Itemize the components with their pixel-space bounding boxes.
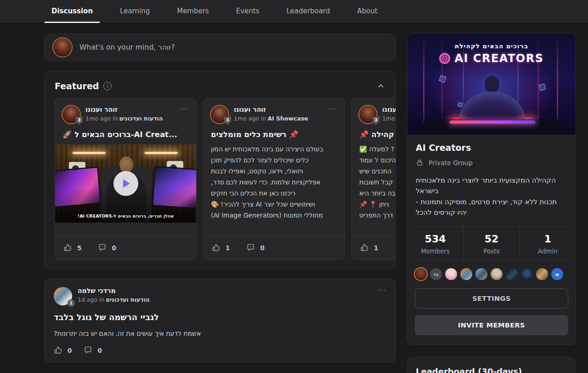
member-avatar[interactable]: בד bbox=[430, 268, 442, 280]
author-name: זוהר וענונו bbox=[382, 106, 396, 113]
comment-count: 0 bbox=[97, 347, 102, 354]
member-avatar[interactable] bbox=[460, 268, 472, 280]
author-avatar[interactable]: 3 bbox=[359, 106, 377, 123]
level-badge: 1 bbox=[68, 299, 75, 307]
chevron-up-icon[interactable] bbox=[377, 82, 384, 90]
leaderboard-title: Leaderboard (30-days) bbox=[416, 367, 567, 373]
stat-members[interactable]: 534 Members bbox=[407, 227, 463, 260]
like-button[interactable]: 0 bbox=[54, 346, 72, 355]
category-link[interactable]: הודעות ועדכונים bbox=[106, 296, 149, 303]
author-avatar[interactable]: 3 bbox=[211, 106, 228, 123]
member-avatar[interactable] bbox=[521, 268, 533, 280]
featured-card-tools[interactable]: 3 זוהר וענונו 1mo ago inAI Showcase ··· … bbox=[203, 98, 345, 260]
post-body: בעולם היצירה עם בינה מלאכותית יש המון כל… bbox=[204, 139, 345, 221]
like-button[interactable]: 5 bbox=[63, 243, 81, 252]
member-avatar[interactable] bbox=[415, 268, 427, 280]
tab-leaderboard[interactable]: Leaderboard bbox=[280, 0, 337, 23]
studio-light bbox=[73, 152, 106, 154]
tab-learning[interactable]: Learning bbox=[113, 0, 157, 23]
banner-brand: AI CREATORS bbox=[407, 52, 576, 65]
member-avatar[interactable] bbox=[475, 268, 487, 280]
thumbs-up-icon bbox=[360, 243, 369, 252]
member-avatar[interactable] bbox=[506, 268, 518, 280]
comment-icon bbox=[84, 346, 92, 355]
video-caption: אהלן חברים, ברוכים הבאים ל-AI CREATORS! bbox=[55, 213, 196, 218]
post-meta: 1mo bbox=[382, 115, 396, 122]
group-banner-image[interactable]: ברוכים הבאים לקהילת AI CREATORS bbox=[407, 34, 576, 135]
post-title: 📌 קהילה bbox=[352, 123, 396, 139]
leaderboard-card: Leaderboard (30-days) bbox=[407, 357, 576, 373]
like-count: 1 bbox=[226, 244, 230, 252]
member-avatars: בדש bbox=[407, 268, 576, 280]
invite-members-button[interactable]: INVITE MEMBERS bbox=[415, 315, 568, 335]
author-name: זוהר וענונו bbox=[85, 106, 163, 113]
featured-title: Featured bbox=[55, 81, 99, 91]
member-avatar[interactable]: ש bbox=[551, 268, 563, 280]
overflow-menu-icon[interactable]: ··· bbox=[180, 106, 189, 112]
play-button[interactable] bbox=[113, 171, 138, 196]
privacy-row: Private Group bbox=[416, 159, 567, 166]
featured-card-welcome[interactable]: 3 זוהר וענונו 1mo ago inהודעות ועדכונים … bbox=[55, 98, 197, 260]
group-name: AI Creators bbox=[416, 143, 567, 153]
like-button[interactable]: 1 bbox=[212, 243, 230, 252]
category-link[interactable]: AI Showcase bbox=[267, 115, 308, 122]
studio-light bbox=[145, 152, 178, 154]
tab-about[interactable]: About bbox=[350, 0, 384, 23]
presenter bbox=[119, 156, 133, 173]
tab-discussion[interactable]: Discussion bbox=[45, 0, 100, 23]
banner-figure bbox=[485, 76, 499, 93]
post-title: רשימת כלים מומלצים 📌 bbox=[204, 123, 345, 139]
post-title: לגביי הרשמה של גוגל בלבד bbox=[54, 312, 386, 322]
overflow-menu-icon[interactable]: ··· bbox=[378, 287, 386, 293]
author-name: זוהר וענונו bbox=[234, 106, 308, 113]
category-link[interactable]: הודעות ועדכונים bbox=[119, 115, 163, 122]
featured-card-community[interactable]: 3 זוהר וענונו 1mo 📌 קהילה ✅ למעלה ? היכנ… bbox=[351, 98, 396, 260]
divider bbox=[416, 260, 567, 261]
group-stats: 534 Members 52 Posts 1 Admin bbox=[407, 227, 576, 260]
like-count: 1 bbox=[374, 244, 378, 252]
brain-icon bbox=[439, 53, 450, 64]
like-button[interactable]: 1 bbox=[360, 243, 378, 252]
video-thumbnail[interactable]: אהלן חברים, ברוכים הבאים ל-AI CREATORS! bbox=[55, 144, 196, 223]
featured-card-header: 3 זוהר וענונו 1mo ago inהודעות ועדכונים … bbox=[55, 98, 196, 123]
author-avatar[interactable]: 1 bbox=[54, 287, 72, 305]
overflow-menu-icon[interactable]: ··· bbox=[328, 106, 337, 112]
banner-brand-text: AI CREATORS bbox=[454, 52, 543, 65]
lock-icon bbox=[416, 159, 424, 166]
stat-admin[interactable]: 1 Admin bbox=[520, 227, 576, 260]
group-card: ברוכים הבאים לקהילת AI CREATORS AI Creat… bbox=[407, 33, 576, 345]
feed-post[interactable]: 1 מרדכי שלמה 1d ago inהודעות ועדכונים ··… bbox=[44, 279, 396, 362]
current-user-avatar bbox=[53, 38, 72, 57]
comment-button[interactable]: 0 bbox=[84, 346, 102, 355]
tab-events[interactable]: Events bbox=[229, 0, 266, 23]
post-meta: 1mo ago inהודעות ועדכונים bbox=[85, 115, 163, 122]
settings-button[interactable]: SETTINGS bbox=[415, 288, 568, 309]
sidebar: ברוכים הבאים לקהילת AI CREATORS AI Creat… bbox=[407, 33, 576, 373]
stat-posts[interactable]: 52 Posts bbox=[463, 227, 519, 260]
post-meta: 1mo ago inAI Showcase bbox=[234, 115, 308, 122]
featured-carousel: 3 זוהר וענונו 1mo ago inהודעות ועדכונים … bbox=[45, 98, 396, 260]
comment-button[interactable]: 0 bbox=[98, 243, 116, 252]
post-meta: 1d ago inהודעות ועדכונים bbox=[78, 296, 150, 303]
member-avatar[interactable] bbox=[491, 268, 503, 280]
post-footer: 1 bbox=[352, 235, 396, 260]
post-footer: 1 0 bbox=[204, 235, 345, 260]
post-composer[interactable]: What's on your mind, זוהר? bbox=[44, 33, 396, 61]
post-body: ✅ למעלה ? היכנס ל עמוד התכנים שיש קבל תש… bbox=[352, 139, 396, 221]
tab-members[interactable]: Members bbox=[170, 0, 216, 23]
comment-count: 0 bbox=[260, 244, 264, 252]
like-count: 0 bbox=[68, 347, 72, 354]
info-icon[interactable]: i bbox=[103, 82, 112, 90]
comment-count: 0 bbox=[112, 244, 116, 252]
member-avatar[interactable] bbox=[445, 268, 457, 280]
comment-button[interactable]: 0 bbox=[246, 243, 264, 252]
member-avatar[interactable] bbox=[536, 268, 548, 280]
monitor-left bbox=[55, 166, 102, 208]
featured-section: Featured i 3 זוהר וענונו bbox=[44, 71, 396, 269]
featured-header: Featured i bbox=[45, 71, 396, 98]
thumbs-up-icon bbox=[63, 243, 72, 252]
speaker bbox=[69, 162, 85, 176]
speaker bbox=[167, 161, 183, 175]
composer-prompt: What's on your mind, זוהר? bbox=[79, 43, 175, 52]
author-avatar[interactable]: 3 bbox=[62, 106, 80, 123]
